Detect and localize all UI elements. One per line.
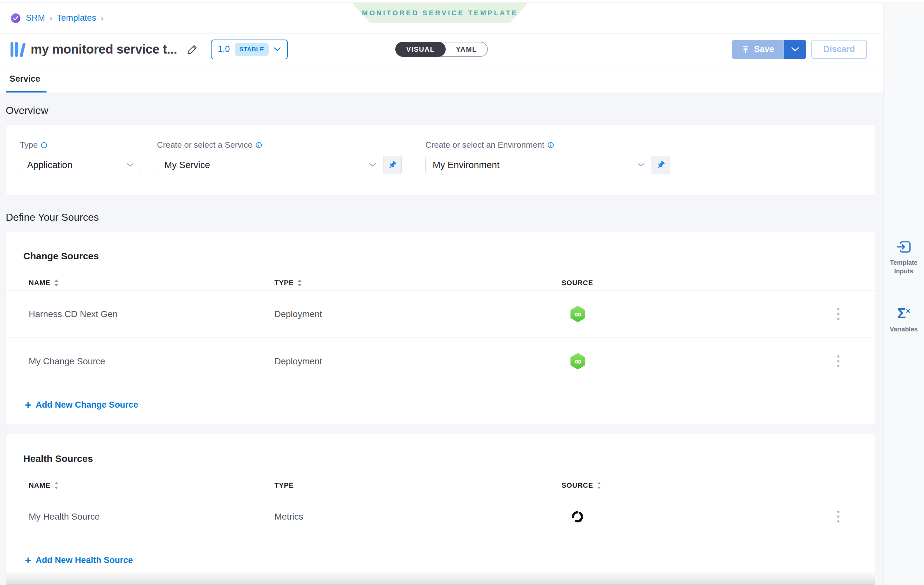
right-rail: Template Inputs Σ× Variables: [883, 0, 924, 585]
version-stable-badge: STABLE: [235, 43, 269, 56]
pin-icon: [656, 160, 665, 170]
save-button[interactable]: Save: [732, 40, 784, 59]
define-your-sources-heading: Define Your Sources: [6, 211, 875, 223]
variables-label: Variables: [890, 325, 918, 334]
harness-cd-icon: ∞: [571, 353, 585, 370]
change-source-type: Deployment: [274, 356, 561, 366]
harness-cd-icon: ∞: [571, 306, 585, 323]
column-name[interactable]: NAME: [29, 279, 274, 287]
table-row[interactable]: My Change Source Deployment ∞: [6, 338, 875, 385]
chevron-down-icon: [791, 47, 799, 52]
type-select[interactable]: Application: [20, 156, 141, 174]
overview-heading: Overview: [6, 105, 875, 117]
health-sources-table-header: NAME TYPE SOURCE: [6, 478, 875, 493]
toggle-yaml[interactable]: YAML: [446, 45, 487, 54]
sort-icon: [54, 481, 58, 489]
column-source: SOURCE: [561, 279, 817, 287]
environment-value: My Environment: [433, 160, 637, 170]
service-label: Create or select a Service: [157, 140, 252, 150]
sort-icon: [298, 279, 302, 287]
variables-icon: Σ×: [897, 306, 911, 321]
header-actions: Save Discard: [732, 40, 867, 59]
pin-icon: [388, 160, 397, 170]
visual-yaml-toggle: VISUAL YAML: [395, 42, 488, 57]
plus-icon: +: [25, 555, 31, 565]
sort-icon: [54, 279, 58, 287]
template-inputs-icon: [896, 239, 912, 255]
template-inputs-label: Template Inputs: [886, 259, 921, 275]
info-icon[interactable]: [41, 142, 47, 148]
save-options-button[interactable]: [784, 40, 806, 59]
top-divider: [0, 0, 924, 3]
info-icon[interactable]: [548, 142, 554, 148]
sort-icon: [597, 481, 601, 489]
variables-button[interactable]: Σ× Variables: [886, 306, 921, 334]
template-title: my monitored service t...: [31, 42, 177, 56]
chevron-down-icon: [369, 163, 376, 167]
table-row[interactable]: My Health Source Metrics: [6, 493, 875, 540]
column-type[interactable]: TYPE: [274, 279, 561, 287]
change-source-name: Harness CD Next Gen: [29, 309, 274, 319]
add-new-health-source-button[interactable]: + Add New Health Source: [6, 541, 875, 580]
type-value: Application: [27, 160, 127, 170]
badge-label: MONITORED SERVICE TEMPLATE: [362, 9, 518, 17]
template-inputs-button[interactable]: Template Inputs: [886, 239, 921, 275]
toggle-visual[interactable]: VISUAL: [395, 42, 446, 57]
change-source-name: My Change Source: [29, 356, 274, 366]
chevron-down-icon: [637, 163, 645, 167]
service-config-content: Overview Type Application Create or sele…: [0, 92, 883, 585]
health-sources-card: Health Sources NAME TYPE SOURCE: [6, 434, 875, 584]
type-label: Type: [20, 140, 38, 150]
edit-title-icon[interactable]: [186, 44, 198, 55]
health-source-type: Metrics: [274, 512, 561, 522]
change-source-type: Deployment: [274, 309, 561, 319]
app-window: MONITORED SERVICE TEMPLATE SRM › Templat…: [0, 0, 924, 585]
save-split-button: Save: [732, 40, 806, 59]
tab-bar: Service: [0, 65, 883, 92]
type-field: Type Application: [20, 140, 141, 180]
environment-label: Create or select an Environment: [425, 140, 544, 150]
column-source[interactable]: SOURCE: [561, 481, 817, 489]
health-source-name: My Health Source: [29, 512, 274, 522]
srm-module-icon[interactable]: [10, 13, 21, 23]
chevron-down-icon: [127, 163, 134, 167]
row-menu-icon[interactable]: [834, 305, 843, 323]
version-dropdown[interactable]: 1.0 STABLE: [211, 40, 288, 59]
breadcrumb-separator-icon: ›: [50, 13, 52, 23]
save-label: Save: [754, 44, 774, 54]
main-area: SRM › Templates › my monitored service t…: [0, 0, 883, 585]
breadcrumb-separator-icon: ›: [101, 13, 103, 23]
chevron-down-icon: [274, 47, 281, 51]
template-header: my monitored service t... 1.0 STABLE VIS…: [0, 33, 883, 65]
version-number: 1.0: [218, 44, 230, 54]
change-sources-title: Change Sources: [6, 232, 875, 262]
environment-field: Create or select an Environment My Envir…: [425, 140, 670, 180]
breadcrumb-srm[interactable]: SRM: [26, 13, 45, 23]
plus-icon: +: [25, 399, 31, 410]
tab-service[interactable]: Service: [0, 74, 40, 84]
add-new-change-source-button[interactable]: + Add New Change Source: [6, 385, 875, 425]
pin-service-button[interactable]: [383, 156, 402, 174]
table-row[interactable]: Harness CD Next Gen Deployment ∞: [6, 291, 875, 338]
change-sources-card: Change Sources NAME TYPE SOURCE: [6, 232, 875, 425]
service-select[interactable]: My Service: [157, 156, 383, 174]
environment-select[interactable]: My Environment: [425, 156, 652, 174]
upload-icon: [741, 45, 750, 54]
service-value: My Service: [164, 160, 369, 170]
health-sources-title: Health Sources: [6, 434, 875, 464]
appdynamics-icon: [571, 510, 584, 524]
info-icon[interactable]: [256, 142, 262, 148]
pin-environment-button[interactable]: [652, 156, 670, 174]
change-sources-table-header: NAME TYPE SOURCE: [6, 275, 875, 290]
monitored-service-template-badge: MONITORED SERVICE TEMPLATE: [352, 3, 528, 23]
column-type: TYPE: [274, 481, 561, 489]
breadcrumb-templates[interactable]: Templates: [57, 13, 96, 23]
column-name[interactable]: NAME: [29, 481, 274, 489]
overview-card: Type Application Create or select a Serv…: [6, 125, 875, 195]
template-library-icon: [10, 42, 22, 57]
row-menu-icon[interactable]: [834, 352, 843, 370]
row-menu-icon[interactable]: [834, 508, 843, 526]
discard-button[interactable]: Discard: [811, 40, 867, 59]
service-field: Create or select a Service My Service: [157, 140, 402, 180]
